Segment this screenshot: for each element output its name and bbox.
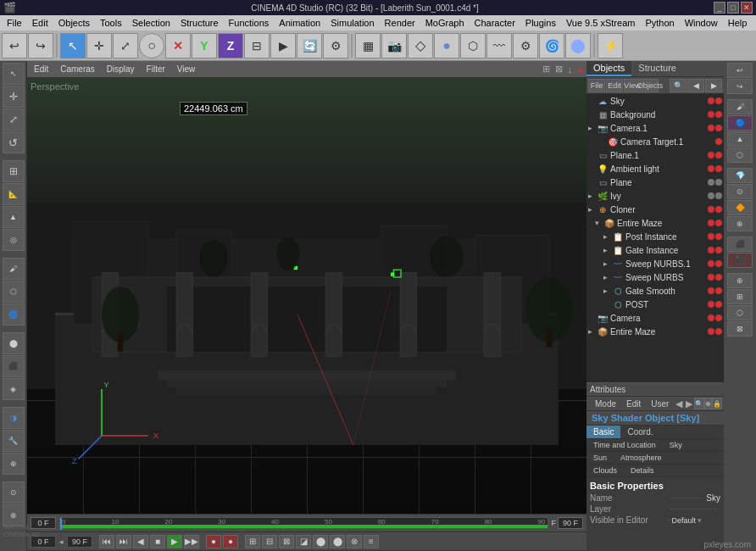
play-extra-6[interactable]: ⬤	[330, 535, 345, 548]
vp-filter-menu[interactable]: Filter	[143, 64, 169, 75]
obj-row-cloner[interactable]: ▸ ⊕ Cloner	[586, 203, 724, 216]
r-icon-2[interactable]: ↪	[727, 79, 753, 94]
menu-edit[interactable]: Edit	[27, 17, 53, 29]
attr-tool-3[interactable]: 🔒	[712, 398, 722, 409]
play-extra-8[interactable]: ≡	[364, 535, 379, 548]
viewport-3d[interactable]: X Y Z Perspective 22449.063 cm	[27, 78, 586, 514]
rotate-left-button[interactable]: ↺	[3, 131, 25, 153]
menu-structure[interactable]: Structure	[175, 17, 224, 29]
obj-tool-2[interactable]: ▶	[705, 79, 722, 92]
obj-row-cameratarget[interactable]: 🎯 Camera Target.1	[586, 135, 724, 148]
attr-atmosphere-tab[interactable]: Atmosphere	[614, 452, 669, 464]
menu-tools[interactable]: Tools	[95, 17, 127, 29]
menu-python[interactable]: Python	[640, 17, 679, 29]
r-icon-13[interactable]: ⊕	[727, 273, 753, 288]
r-icon-14[interactable]: ⊞	[727, 289, 753, 304]
scale-left-button[interactable]: ⤢	[3, 109, 25, 131]
select-left-button[interactable]: ↖	[3, 63, 25, 85]
play-forward-button[interactable]: ▶	[167, 535, 182, 548]
vp-icon-3[interactable]: ↓	[568, 64, 573, 75]
effector-button[interactable]: 🌀	[539, 33, 564, 58]
attr-sun-tab[interactable]: Sun	[586, 452, 614, 464]
attr-details-tab[interactable]: Details	[624, 465, 661, 476]
attr-clouds-tab[interactable]: Clouds	[586, 465, 624, 476]
measure-button[interactable]: 📐	[3, 183, 25, 205]
vp-display-menu[interactable]: Display	[103, 64, 138, 75]
close-button[interactable]: ✕	[741, 2, 753, 14]
objects-objects-menu[interactable]: Objects	[642, 79, 659, 92]
play-extra-7[interactable]: ⊗	[347, 535, 362, 548]
step-forward-button[interactable]: ▶▶	[184, 535, 199, 548]
obj-row-sweepnurbs[interactable]: ▸ 〰 Sweep NURBS	[586, 270, 724, 284]
obj-row-gatesmooth[interactable]: ▸ ⬡ Gate Smooth	[586, 284, 724, 298]
menu-file[interactable]: File	[2, 17, 27, 29]
triangle-button[interactable]: ▲	[3, 206, 25, 228]
r-icon-3[interactable]: 🖌	[727, 99, 753, 114]
vp-cameras-menu[interactable]: Cameras	[57, 64, 98, 75]
play-extra-4[interactable]: ◪	[296, 535, 311, 548]
obj-row-sky[interactable]: ☁ Sky	[586, 94, 724, 108]
obj-row-entiremaze2[interactable]: ▸ 📦 Entire Maze	[586, 325, 724, 338]
play-extra-3[interactable]: ⊠	[279, 535, 294, 548]
obj-row-background[interactable]: ▦ Background	[586, 108, 724, 121]
display-button[interactable]: ◇	[408, 33, 433, 58]
r-icon-9[interactable]: 🔶	[727, 200, 753, 215]
scene-view[interactable]: X Y Z Perspective 22449.063 cm	[27, 78, 586, 514]
menu-objects[interactable]: Objects	[53, 17, 95, 29]
menu-window[interactable]: Window	[680, 17, 723, 29]
menu-character[interactable]: Character	[470, 17, 520, 29]
r-icon-7[interactable]: 💎	[727, 168, 753, 183]
deformer-button[interactable]: ⚙	[513, 33, 538, 58]
attr-tool-1[interactable]: 🔍	[694, 398, 704, 409]
obj-row-camera1[interactable]: ▸ 📷 Camera.1	[586, 121, 724, 135]
stop-button[interactable]: ■	[150, 535, 165, 548]
object-list[interactable]: ☁ Sky ▦ Background ▸ 📷 Camera.	[586, 94, 724, 382]
left-extra-4[interactable]: ◑	[3, 407, 25, 429]
dynamics-button[interactable]: 🌀	[3, 303, 25, 326]
attr-coord-tab[interactable]: Coord.	[620, 426, 659, 438]
redo-button[interactable]: ↪	[28, 33, 53, 58]
tab-objects[interactable]: Objects	[586, 61, 631, 76]
attr-nav-forward[interactable]: ▶	[686, 398, 692, 409]
sphere-button[interactable]: ●	[434, 33, 459, 58]
obj-tool-1[interactable]: ◀	[687, 79, 704, 92]
obj-search-icon[interactable]: 🔍	[670, 79, 687, 92]
obj-row-ivy[interactable]: ▸ 🌿 Ivy	[586, 189, 724, 203]
tab-structure[interactable]: Structure	[631, 61, 683, 76]
r-icon-10[interactable]: ⊕	[727, 216, 753, 231]
obj-row-plane1[interactable]: ▭ Plane.1	[586, 148, 724, 162]
menu-functions[interactable]: Functions	[224, 17, 275, 29]
r-icon-4[interactable]: 🔵	[727, 115, 753, 131]
goto-end-button[interactable]: ⏭	[116, 535, 131, 548]
attr-basic-tab[interactable]: Basic	[586, 426, 620, 438]
left-extra-1[interactable]: ⬤	[3, 332, 25, 354]
obj-row-sweepnurbs1[interactable]: ▸ 〰 Sweep NURBS.1	[586, 257, 724, 270]
x-axis-button[interactable]: ✕	[165, 33, 191, 58]
render-region-button[interactable]: ▶	[270, 33, 296, 58]
minimize-button[interactable]: _	[714, 2, 725, 14]
sculpt-button[interactable]: ⬡	[3, 281, 25, 303]
vp-icon-2[interactable]: ⊠	[555, 64, 563, 75]
render-button[interactable]: 🔄	[297, 33, 322, 58]
r-icon-6[interactable]: ⬡	[727, 147, 753, 163]
timeline-track[interactable]: 0 10 20 30 40 50 60 70 80 90	[59, 517, 548, 529]
maximize-button[interactable]: □	[727, 2, 739, 14]
menu-simulation[interactable]: Simulation	[325, 17, 379, 29]
attr-timeandloc-tab[interactable]: Time and Location	[586, 439, 663, 451]
timeline-end-input[interactable]	[558, 517, 583, 529]
r-icon-11[interactable]: ⬛	[727, 237, 753, 252]
r-icon-8[interactable]: ⊙	[727, 184, 753, 199]
end-frame-input[interactable]	[67, 536, 92, 548]
window-controls[interactable]: _ □ ✕	[714, 2, 753, 14]
rotate-tool-button[interactable]: ○	[139, 33, 164, 58]
menu-render[interactable]: Render	[380, 17, 420, 29]
polygon-button[interactable]: ⬡	[460, 33, 486, 58]
y-axis-button[interactable]: Y	[192, 33, 217, 58]
obj-row-post[interactable]: ⬡ POST	[586, 298, 724, 311]
undo-button[interactable]: ↩	[2, 33, 27, 58]
play-extra-1[interactable]: ⊞	[245, 535, 260, 548]
left-extra-6[interactable]: ⊕	[3, 453, 25, 475]
attr-nav-back[interactable]: ◀	[675, 398, 682, 409]
spline-button[interactable]: 〰	[486, 33, 512, 58]
record-button-1[interactable]: ●	[206, 535, 221, 548]
